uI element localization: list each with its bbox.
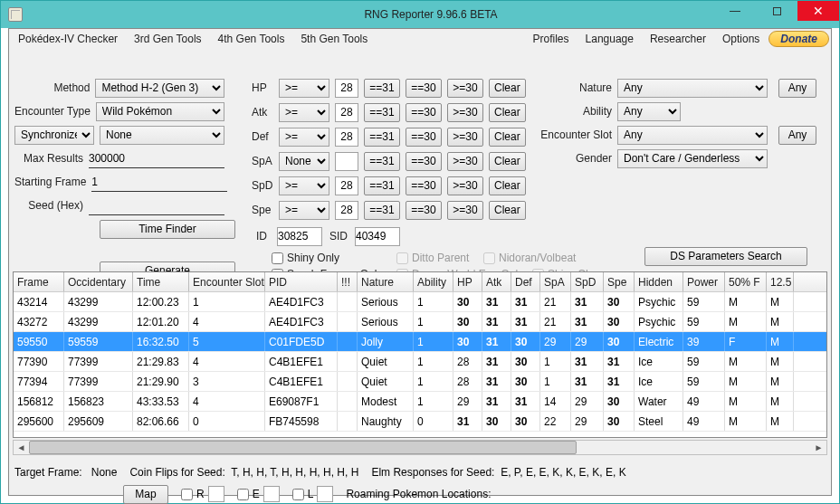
iv-eq30-button[interactable]: ==30	[406, 128, 442, 147]
encounter-slot-any-button[interactable]: Any	[778, 126, 816, 145]
table-row[interactable]: 15681215682343:33.534E69087F1Modest12931…	[14, 392, 826, 412]
encounter-slot-select[interactable]: Any	[617, 126, 768, 145]
nature-select[interactable]: Any	[617, 79, 768, 98]
ability-select[interactable]: Any	[617, 102, 681, 121]
col-header[interactable]: Time	[133, 272, 189, 291]
iv-eq30-button[interactable]: ==30	[406, 201, 442, 220]
iv-op-select[interactable]: >=	[279, 128, 329, 147]
iv-ge30-button[interactable]: >=30	[447, 128, 483, 147]
table-row[interactable]: 432144329912:00.231AE4D1FC3Serious130313…	[14, 292, 826, 312]
table-row[interactable]: 773907739921:29.834C4B1EFE1Quiet12831301…	[14, 352, 826, 372]
menu-researcher[interactable]: Researcher	[643, 31, 713, 47]
synchronize-select[interactable]: None	[100, 126, 224, 145]
iv-value-input[interactable]	[335, 201, 358, 220]
menu-3rd-gen[interactable]: 3rd Gen Tools	[127, 31, 209, 47]
iv-op-select[interactable]: >=	[279, 79, 329, 98]
col-header[interactable]: Def	[511, 272, 540, 291]
iv-ge30-button[interactable]: >=30	[447, 152, 483, 171]
seed-input[interactable]	[89, 196, 224, 215]
sid-input[interactable]	[355, 227, 400, 246]
minimize-button[interactable]: —	[714, 1, 756, 21]
table-row[interactable]: 773947739921:29.903C4B1EFE1Quiet12831301…	[14, 372, 826, 392]
iv-clear-button[interactable]: Clear	[489, 79, 526, 98]
close-button[interactable]: ✕	[797, 1, 839, 21]
menu-4th-gen[interactable]: 4th Gen Tools	[211, 31, 292, 47]
iv-value-input[interactable]	[335, 79, 358, 98]
iv-eq31-button[interactable]: ==31	[364, 128, 400, 147]
scroll-thumb[interactable]	[29, 441, 577, 454]
time-finder-button[interactable]: Time Finder	[100, 220, 235, 239]
iv-ge30-button[interactable]: >=30	[447, 79, 483, 98]
iv-clear-button[interactable]: Clear	[489, 201, 526, 220]
iv-op-select[interactable]: None	[279, 152, 329, 171]
iv-eq30-button[interactable]: ==30	[406, 103, 442, 122]
horizontal-scrollbar[interactable]: ◄ ►	[13, 440, 827, 455]
col-header[interactable]: !!!	[338, 272, 358, 291]
iv-value-input[interactable]	[335, 152, 358, 171]
iv-ge30-button[interactable]: >=30	[447, 103, 483, 122]
col-header[interactable]: Encounter Slot	[189, 272, 265, 291]
col-header[interactable]: HP	[453, 272, 482, 291]
menu-pokedex-iv[interactable]: Pokédex-IV Checker	[11, 31, 125, 47]
synchronize-mode-select[interactable]: Synchronize	[14, 126, 94, 145]
maximize-button[interactable]	[756, 1, 797, 21]
seg-r[interactable]: R	[181, 486, 224, 502]
col-header[interactable]: PID	[265, 272, 338, 291]
scroll-right-arrow[interactable]: ►	[811, 441, 826, 454]
menu-language[interactable]: Language	[578, 31, 641, 47]
iv-value-input[interactable]	[335, 128, 358, 147]
iv-eq31-button[interactable]: ==31	[364, 103, 400, 122]
col-header[interactable]: Nature	[358, 272, 414, 291]
id-input[interactable]	[277, 227, 322, 246]
seg-l[interactable]: L	[292, 486, 334, 502]
scroll-track[interactable]	[29, 441, 811, 454]
menu-5th-gen[interactable]: 5th Gen Tools	[293, 31, 375, 47]
iv-eq30-button[interactable]: ==30	[406, 176, 442, 195]
col-header[interactable]: SpA	[540, 272, 571, 291]
iv-op-select[interactable]: >=	[279, 201, 329, 220]
col-header[interactable]: 50% F	[725, 272, 767, 291]
encounter-type-select[interactable]: Wild Pokémon	[96, 102, 224, 121]
iv-op-select[interactable]: >=	[279, 103, 329, 122]
col-header[interactable]: Spe	[604, 272, 635, 291]
iv-ge30-button[interactable]: >=30	[447, 176, 483, 195]
scroll-left-arrow[interactable]: ◄	[14, 441, 29, 454]
gender-select[interactable]: Don't Care / Genderless	[617, 149, 768, 168]
menu-options[interactable]: Options	[715, 31, 767, 47]
nature-any-button[interactable]: Any	[778, 79, 816, 98]
table-row[interactable]: 432724329912:01.204AE4D1FC3Serious130313…	[14, 312, 826, 332]
col-header[interactable]: Occidentary	[64, 272, 133, 291]
col-header[interactable]: SpD	[571, 272, 604, 291]
col-header[interactable]: Atk	[482, 272, 511, 291]
starting-frame-input[interactable]	[91, 173, 227, 192]
iv-clear-button[interactable]: Clear	[489, 103, 526, 122]
iv-eq31-button[interactable]: ==31	[364, 176, 400, 195]
iv-ge30-button[interactable]: >=30	[447, 201, 483, 220]
table-row[interactable]: 595505955916:32.505C01FDE5DJolly13031302…	[14, 332, 826, 352]
iv-eq30-button[interactable]: ==30	[406, 152, 442, 171]
iv-eq31-button[interactable]: ==31	[364, 152, 400, 171]
seg-e[interactable]: E	[237, 486, 280, 502]
max-results-input[interactable]	[89, 149, 224, 168]
iv-value-input[interactable]	[335, 176, 358, 195]
iv-clear-button[interactable]: Clear	[489, 176, 526, 195]
iv-clear-button[interactable]: Clear	[489, 128, 526, 147]
iv-clear-button[interactable]: Clear	[489, 152, 526, 171]
table-row[interactable]: 29560029560982:06.660FB745598Naughty0313…	[14, 412, 826, 432]
donate-button[interactable]: Donate	[768, 31, 829, 47]
col-header[interactable]: 12.5	[767, 272, 794, 291]
results-grid[interactable]: FrameOccidentaryTimeEncounter SlotPID!!!…	[13, 271, 827, 438]
col-header[interactable]: Frame	[14, 272, 64, 291]
iv-eq31-button[interactable]: ==31	[364, 201, 400, 220]
map-button[interactable]: Map	[123, 485, 168, 504]
ds-parameters-button[interactable]: DS Parameters Search	[644, 247, 807, 266]
col-header[interactable]: Hidden	[635, 272, 683, 291]
iv-eq31-button[interactable]: ==31	[364, 79, 400, 98]
method-select[interactable]: Method H-2 (Gen 3)	[95, 79, 224, 98]
menu-profiles[interactable]: Profiles	[526, 31, 577, 47]
shiny-only-checkbox[interactable]: Shiny Only	[272, 252, 339, 264]
iv-value-input[interactable]	[335, 103, 358, 122]
iv-op-select[interactable]: >=	[279, 176, 329, 195]
col-header[interactable]: Ability	[414, 272, 453, 291]
col-header[interactable]: Power	[683, 272, 725, 291]
